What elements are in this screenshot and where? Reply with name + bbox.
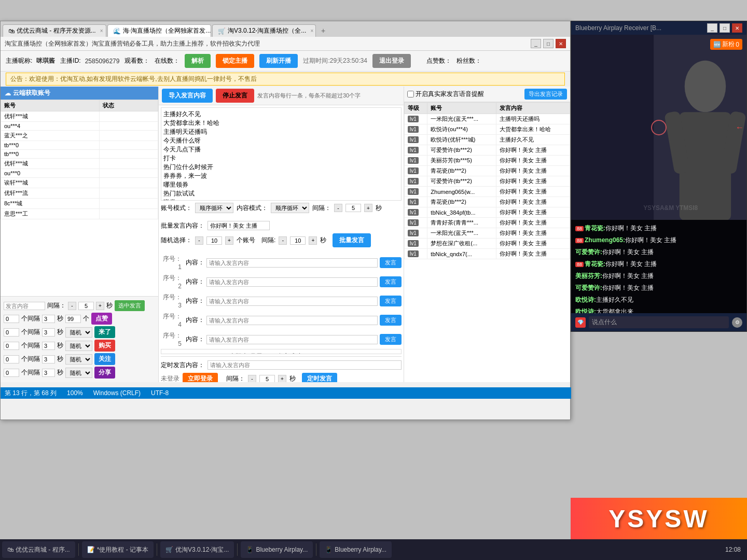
seq-content-label: 内容： — [186, 335, 204, 344]
come-button[interactable]: 来了 — [94, 326, 115, 338]
account-count-input[interactable] — [206, 236, 222, 245]
seq-content-input[interactable] — [206, 258, 378, 268]
account-row[interactable]: 优轩***流 — [1, 188, 158, 199]
settings-icon[interactable]: ⚙ — [732, 317, 742, 328]
account-row[interactable]: 优轩***城 — [1, 111, 158, 122]
export-log-button[interactable]: 导出发言记录 — [524, 89, 567, 100]
seq-content-input[interactable] — [206, 297, 378, 306]
taskbar-item-5[interactable]: 📱 Blueberry Airplay... — [320, 541, 392, 558]
account-row[interactable]: ou***0 — [1, 169, 158, 178]
batch-interval-minus[interactable]: - — [279, 236, 287, 245]
taskbar-item-2[interactable]: 📝 *使用教程 - 记事本 — [82, 541, 154, 558]
seq-content-input[interactable] — [206, 316, 378, 325]
airplay-minimize[interactable]: _ — [707, 23, 717, 33]
share-button[interactable]: 分享 — [94, 367, 115, 379]
timed-interval-input[interactable] — [259, 375, 275, 383]
tab1-close[interactable]: × — [100, 28, 103, 34]
fix-anchor-button[interactable]: 锁定主播 — [216, 54, 254, 68]
seq-send-button[interactable]: 发言 — [380, 334, 402, 345]
voice-reminder-checkbox[interactable]: 开启真实家发言语音提醒 — [407, 90, 484, 99]
stop-send-button[interactable]: 停止发言 — [216, 89, 254, 103]
parse-button[interactable]: 解析 — [185, 54, 211, 68]
account-row[interactable]: 优轩***城 — [1, 159, 158, 169]
log-area[interactable]: 2023-11-20 05:18:38-一米阳光(蓝天***2),发言成功202… — [161, 349, 402, 354]
account-mode-select[interactable]: 顺序循环 — [195, 203, 233, 213]
timed-interval-plus[interactable]: + — [278, 375, 286, 383]
voice-checkbox[interactable] — [407, 91, 414, 97]
seq-send-button[interactable]: 发言 — [380, 315, 402, 326]
seq-content-input[interactable] — [206, 335, 378, 344]
account-list-container[interactable]: 账号 状态 优轩***城ou***4蓝天***之tb***0tb***0优轩**… — [1, 100, 158, 296]
mid-interval-plus[interactable]: + — [364, 204, 372, 212]
share-count[interactable] — [4, 369, 19, 377]
say-input-area[interactable]: 说点什么 — [589, 316, 729, 328]
mid-interval-input[interactable] — [345, 204, 361, 212]
account-row[interactable]: 8c***城 — [1, 199, 158, 209]
share-interval[interactable] — [42, 369, 55, 377]
timed-content-input[interactable] — [208, 360, 402, 370]
timed-interval-minus[interactable]: - — [248, 375, 256, 383]
batch-content-input[interactable] — [208, 221, 270, 230]
mid-interval-minus[interactable]: - — [334, 204, 342, 212]
batch-send-button[interactable]: 批量发言 — [333, 233, 371, 247]
come-type-select[interactable]: 随机 — [65, 327, 92, 338]
maximize-button[interactable]: □ — [543, 39, 554, 48]
comment-input[interactable] — [4, 302, 45, 310]
account-row[interactable]: ou***4 — [1, 122, 158, 131]
come-count[interactable] — [4, 328, 19, 337]
buy-button[interactable]: 购买 — [94, 340, 115, 352]
minimize-button[interactable]: _ — [531, 39, 541, 48]
buy-type-select[interactable]: 随机 — [65, 341, 92, 351]
add-tab-button[interactable]: + — [317, 24, 329, 37]
login-button[interactable]: 立即登录 — [183, 373, 218, 382]
like-max[interactable] — [65, 315, 81, 323]
airplay-maximize[interactable]: □ — [720, 23, 730, 33]
account-row[interactable]: tb***0 — [1, 150, 158, 159]
content-mode-select[interactable]: 顺序循环 — [271, 203, 309, 213]
refresh-open-button[interactable]: 刷新开播 — [259, 54, 298, 68]
follow-type-select[interactable]: 随机 — [65, 354, 92, 365]
buy-interval[interactable] — [42, 342, 55, 350]
like-interval[interactable] — [42, 315, 55, 323]
tab1-label: 优优云商城 - 程序开发资源... — [17, 26, 96, 35]
batch-interval-input[interactable] — [290, 236, 306, 245]
follow-interval[interactable] — [42, 355, 55, 363]
share-type-select[interactable]: 随机 — [65, 368, 92, 378]
seq-send-button[interactable]: 发言 — [380, 296, 402, 306]
buy-count[interactable] — [4, 342, 19, 350]
comment-textarea[interactable] — [161, 107, 402, 201]
logout-button[interactable]: 退出登录 — [372, 54, 411, 68]
account-count-plus[interactable]: + — [225, 236, 233, 245]
seq-content-input[interactable] — [206, 277, 378, 287]
batch-interval-plus[interactable]: + — [309, 236, 317, 245]
timed-send-button[interactable]: 定时发言 — [302, 373, 337, 382]
tab-2[interactable]: 🌊 海·淘直播场控（全网独家首发... × — [107, 24, 211, 37]
like-count[interactable] — [4, 315, 19, 323]
interval-input[interactable] — [78, 302, 94, 310]
close-button[interactable]: ✕ — [556, 39, 566, 48]
follow-button[interactable]: 关注 — [94, 353, 115, 365]
account-row[interactable]: 蓝天***之 — [1, 131, 158, 141]
airplay-close[interactable]: ✕ — [732, 23, 742, 33]
tab3-close[interactable]: × — [310, 28, 313, 34]
taskbar-item-1[interactable]: 🛍 优优云商城 - 程序... — [2, 541, 75, 558]
airplay-chat[interactable]: 88青花瓷:你好啊！美女 主播88Zhumeng065:你好啊！美女 主播可爱赞… — [571, 220, 746, 313]
seq-send-button[interactable]: 发言 — [380, 276, 402, 287]
account-row[interactable]: 诶轩***城 — [1, 178, 158, 188]
tab-3[interactable]: 🛒 淘V3.0.12-淘直播场控（全... × — [212, 24, 316, 37]
account-row[interactable]: tb***0 — [1, 141, 158, 150]
taskbar-icon-3: 🛒 — [165, 546, 173, 553]
seq-send-button[interactable]: 发言 — [380, 257, 402, 268]
account-row[interactable]: 意思***工 — [1, 209, 158, 219]
import-content-button[interactable]: 导入发言内容 — [162, 89, 213, 103]
tab-1[interactable]: 🛍 优优云商城 - 程序开发资源... × — [3, 24, 106, 37]
taskbar-item-4[interactable]: 📱 Blueberry Airplay... — [241, 541, 313, 558]
come-interval[interactable] — [42, 328, 55, 337]
interval-minus[interactable]: - — [68, 302, 76, 310]
follow-count[interactable] — [4, 355, 19, 363]
taskbar-item-3[interactable]: 🛒 优淘V3.0.12-淘宝... — [160, 541, 234, 558]
like-button[interactable]: 点赞 — [91, 313, 112, 325]
select-send-button[interactable]: 选中发言 — [115, 300, 145, 311]
account-count-minus[interactable]: - — [195, 236, 203, 245]
interval-plus[interactable]: + — [96, 302, 104, 310]
